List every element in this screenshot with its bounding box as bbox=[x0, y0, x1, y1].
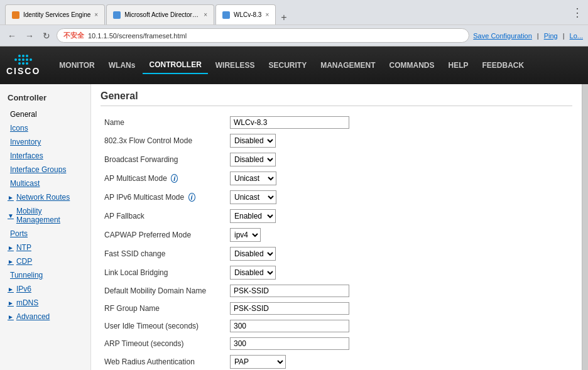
field-web-radius: Web Radius Authentication PAPCHAPMD5-CHA… bbox=[101, 352, 572, 370]
back-button[interactable]: ← bbox=[5, 30, 19, 42]
browser-tab-bar: Identity Services Engine × Microsoft Act… bbox=[0, 0, 588, 25]
tab-wlc[interactable]: WLCv-8.3 × bbox=[215, 4, 276, 24]
general-form-table: Name 802.3x Flow Control Mode DisabledEn… bbox=[101, 114, 572, 370]
right-panel-toggle[interactable] bbox=[582, 84, 588, 370]
page-title: General bbox=[101, 90, 572, 106]
refresh-button[interactable]: ↻ bbox=[40, 30, 53, 42]
input-arp-timeout[interactable] bbox=[230, 337, 349, 350]
select-ap-multicast[interactable]: UnicastMulticast bbox=[230, 171, 276, 185]
nav-controller[interactable]: CONTROLLER bbox=[143, 57, 207, 74]
select-broadcast[interactable]: DisabledEnabled bbox=[230, 153, 276, 166]
expand-icon-cdp: ► bbox=[8, 258, 14, 265]
sidebar-item-advanced[interactable]: ► Advanced bbox=[0, 310, 90, 324]
select-web-radius[interactable]: PAPCHAPMD5-CHAP bbox=[230, 355, 286, 369]
input-mobility-domain[interactable] bbox=[230, 285, 349, 297]
logout-link[interactable]: Lo... bbox=[570, 32, 583, 40]
field-label-broadcast: Broadcast Forwarding bbox=[101, 150, 226, 169]
select-fast-ssid[interactable]: DisabledEnabled bbox=[230, 247, 276, 261]
sidebar-item-inventory[interactable]: Inventory bbox=[0, 135, 90, 149]
tab-close-ad[interactable]: × bbox=[204, 11, 207, 18]
sidebar-item-tunneling[interactable]: Tunneling bbox=[0, 268, 90, 282]
nav-commands[interactable]: COMMANDS bbox=[383, 57, 440, 73]
info-icon-ipv6-multicast[interactable]: i bbox=[188, 193, 195, 202]
field-label-flow-control: 802.3x Flow Control Mode bbox=[101, 131, 226, 150]
field-ipv6-multicast: AP IPv6 Multicast Mode i UnicastMulticas… bbox=[101, 188, 572, 207]
sidebar-item-ports[interactable]: Ports bbox=[0, 227, 90, 241]
nav-feedback[interactable]: FEEDBACK bbox=[476, 57, 531, 73]
sidebar-item-icons[interactable]: Icons bbox=[0, 121, 90, 135]
nav-monitor[interactable]: MONITOR bbox=[53, 57, 101, 73]
field-label-link-local: Link Local Bridging bbox=[101, 263, 226, 282]
content-wrapper: Controller General Icons Inventory Inter… bbox=[0, 84, 588, 370]
field-label-capwap: CAPWAP Preferred Mode bbox=[101, 226, 226, 244]
address-bar[interactable]: 不安全 10.1.1.50/screens/frameset.html bbox=[57, 28, 469, 43]
input-name[interactable] bbox=[230, 116, 349, 129]
sidebar-label-cdp: CDP bbox=[16, 257, 32, 266]
cisco-dot bbox=[26, 62, 28, 65]
sidebar-item-mobility-management[interactable]: ▼ Mobility Management bbox=[0, 204, 90, 227]
forward-button[interactable]: → bbox=[23, 30, 36, 42]
tab-close-wlc[interactable]: × bbox=[265, 11, 269, 18]
cisco-dot bbox=[14, 58, 17, 61]
cisco-dot bbox=[18, 55, 21, 57]
address-bar-row: ← → ↻ 不安全 10.1.1.50/screens/frameset.htm… bbox=[0, 25, 588, 46]
select-capwap[interactable]: ipv4ipv6 bbox=[230, 228, 261, 242]
tab-ad[interactable]: Microsoft Active Directory 证书册 × bbox=[106, 4, 214, 24]
cisco-dots bbox=[18, 55, 28, 57]
sidebar-item-multicast[interactable]: Multicast bbox=[0, 177, 90, 190]
nav-security[interactable]: SECURITY bbox=[262, 57, 313, 73]
cisco-dot bbox=[22, 58, 24, 61]
field-label-mobility-domain: Default Mobility Domain Name bbox=[101, 282, 226, 300]
sidebar-item-interfaces[interactable]: Interfaces bbox=[0, 149, 90, 163]
tab-label-wlc: WLCv-8.3 bbox=[234, 11, 261, 18]
sidebar-item-general[interactable]: General bbox=[0, 107, 90, 121]
input-user-idle[interactable] bbox=[230, 320, 349, 332]
field-label-rf-group: RF Group Name bbox=[101, 300, 226, 317]
field-label-ipv6-multicast: AP IPv6 Multicast Mode i bbox=[101, 188, 226, 207]
expand-icon-mdns: ► bbox=[8, 300, 14, 307]
cisco-dot bbox=[22, 55, 24, 57]
field-arp-timeout: ARP Timeout (seconds) bbox=[101, 335, 572, 352]
field-ap-fallback: AP Fallback EnabledDisabled bbox=[101, 207, 572, 226]
input-rf-group[interactable] bbox=[230, 302, 349, 315]
cisco-wordmark: CISCO bbox=[6, 66, 40, 76]
new-tab-button[interactable]: + bbox=[277, 11, 290, 24]
tab-icon-ad bbox=[113, 11, 121, 19]
sidebar-item-ipv6[interactable]: ► IPv6 bbox=[0, 282, 90, 296]
cisco-dot bbox=[30, 58, 32, 61]
security-badge: 不安全 bbox=[63, 31, 84, 40]
sidebar-label-mdns: mDNS bbox=[16, 298, 38, 307]
sidebar-label-ntp: NTP bbox=[16, 243, 31, 252]
nav-wlans[interactable]: WLANs bbox=[102, 57, 142, 73]
field-link-local: Link Local Bridging DisabledEnabled bbox=[101, 263, 572, 282]
cisco-dots-3 bbox=[18, 62, 28, 65]
nav-help[interactable]: HELP bbox=[442, 57, 474, 73]
tab-icon-ise bbox=[12, 11, 19, 19]
nav-menu: MONITOR WLANs CONTROLLER WIRELESS SECURI… bbox=[53, 57, 582, 74]
tab-close-ise[interactable]: × bbox=[94, 11, 98, 18]
select-flow-control[interactable]: DisabledEnabled bbox=[230, 134, 276, 148]
field-label-name: Name bbox=[101, 114, 226, 131]
tab-ise[interactable]: Identity Services Engine × bbox=[5, 4, 105, 24]
tabs-container: Identity Services Engine × Microsoft Act… bbox=[5, 0, 291, 24]
nav-wireless[interactable]: WIRELESS bbox=[209, 57, 261, 73]
sidebar-item-ntp[interactable]: ► NTP bbox=[0, 241, 90, 254]
sidebar-item-cdp[interactable]: ► CDP bbox=[0, 254, 90, 268]
expand-icon-network-routes: ► bbox=[8, 194, 14, 201]
select-ap-fallback[interactable]: EnabledDisabled bbox=[230, 209, 276, 223]
cisco-dot bbox=[18, 62, 21, 65]
browser-settings-icon[interactable]: ⋮ bbox=[572, 6, 583, 19]
info-icon-ap-multicast[interactable]: i bbox=[171, 174, 178, 183]
cisco-dot bbox=[26, 55, 28, 57]
ping-link[interactable]: Ping bbox=[544, 32, 558, 40]
nav-management[interactable]: MANAGEMENT bbox=[314, 57, 381, 73]
sidebar-item-interface-groups[interactable]: Interface Groups bbox=[0, 163, 90, 177]
sidebar-item-network-routes[interactable]: ► Network Routes bbox=[0, 190, 90, 204]
field-user-idle: User Idle Timeout (seconds) bbox=[101, 317, 572, 335]
separator: | bbox=[537, 32, 539, 40]
select-ipv6-multicast[interactable]: UnicastMulticast bbox=[230, 190, 276, 204]
save-configuration-link[interactable]: Save Configuration bbox=[473, 32, 532, 40]
sidebar-item-mdns[interactable]: ► mDNS bbox=[0, 296, 90, 310]
sidebar: Controller General Icons Inventory Inter… bbox=[0, 84, 91, 370]
select-link-local[interactable]: DisabledEnabled bbox=[230, 266, 276, 280]
